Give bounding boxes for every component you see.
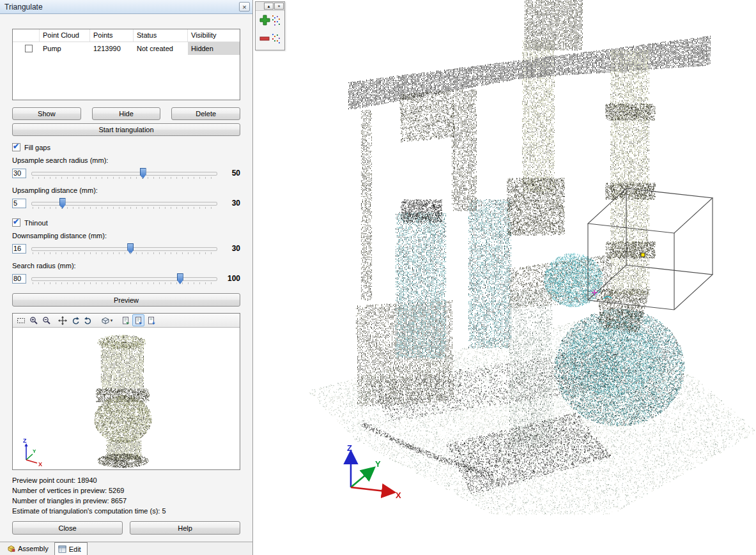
start-triangulation-button[interactable]: Start triangulation: [12, 123, 240, 136]
upsample-search-radius-input[interactable]: [12, 169, 26, 178]
preview-axis-x-label: X: [38, 461, 42, 468]
preview-axis-triad: Z Y X: [16, 436, 57, 468]
header-point-cloud: Point Cloud: [40, 29, 90, 42]
add-points-icon: [259, 13, 281, 27]
delete-button[interactable]: Delete: [171, 107, 240, 120]
chevron-down-icon: ▾: [111, 318, 113, 323]
viewport-axis-triad: Z Y X: [347, 443, 401, 500]
upsample-search-radius-label: Upsample search radius (mm):: [12, 156, 240, 164]
preview-toolbar: ▾: [13, 314, 240, 328]
bottom-tabstrip: Assembly Edit: [0, 542, 252, 555]
rotate-left-icon[interactable]: [82, 314, 94, 326]
preview-group: ▾ Z Y X: [12, 313, 240, 470]
tab-assembly[interactable]: Assembly: [4, 542, 54, 555]
downsampling-distance-input[interactable]: [12, 244, 26, 254]
search-radius-input[interactable]: [12, 274, 26, 284]
slider-thumb[interactable]: [127, 243, 134, 254]
tab-assembly-label: Assembly: [18, 545, 49, 552]
upsample-search-radius-slider: 50: [12, 165, 240, 181]
downsampling-distance-label: Downsampling distance (mm):: [12, 232, 240, 239]
search-radius-label: Search radius (mm):: [12, 262, 240, 270]
table-empty-area: [13, 55, 240, 100]
add-points-tool[interactable]: [256, 11, 284, 29]
marquee-select-icon[interactable]: [15, 314, 27, 326]
slider-thumb[interactable]: [177, 273, 183, 284]
table-header: Point Cloud Points Status Visibility: [13, 29, 240, 42]
preview-stats: Preview point count: 18940 Number of ver…: [12, 475, 240, 516]
axis-z-label: Z: [347, 443, 352, 453]
copy-view-icon[interactable]: [120, 314, 132, 326]
search-radius-slider: 100: [12, 270, 240, 287]
view-orientation-dropdown[interactable]: ▾: [98, 314, 116, 326]
selected-point-marker[interactable]: [641, 253, 645, 257]
zoom-out-icon[interactable]: [40, 314, 52, 326]
table-row[interactable]: Pump 1213990 Not created Hidden: [13, 42, 240, 55]
preview-axis-z-label: Z: [23, 437, 27, 444]
header-points: Points: [90, 29, 134, 42]
panel-content: Point Cloud Points Status Visibility Pum…: [0, 29, 252, 535]
assembly-icon: [7, 545, 15, 552]
zoom-in-icon[interactable]: [27, 314, 40, 326]
rotate-right-icon[interactable]: [69, 314, 81, 326]
preview-viewport[interactable]: Z Y X: [13, 328, 240, 469]
slider-thumb[interactable]: [59, 198, 66, 209]
remove-points-tool[interactable]: [256, 29, 284, 48]
pan-icon[interactable]: [56, 314, 68, 326]
cell-points: 1213990: [90, 42, 134, 55]
upsampling-distance-input[interactable]: [12, 199, 26, 208]
header-checkbox-col: [13, 29, 40, 42]
header-status: Status: [134, 29, 188, 42]
fill-gaps-checkbox[interactable]: [12, 143, 20, 151]
tab-edit-label: Edit: [69, 545, 81, 553]
slider-track[interactable]: [31, 197, 217, 209]
close-button[interactable]: Close: [12, 521, 123, 535]
slider-max-label: 50: [221, 169, 240, 178]
thinout-row[interactable]: Thinout: [12, 218, 240, 227]
slider-max-label: 30: [221, 244, 240, 253]
cube-corner-gizmo[interactable]: [592, 290, 612, 300]
show-button[interactable]: Show: [12, 107, 81, 120]
tab-edit[interactable]: Edit: [54, 542, 88, 555]
app-window: Triangulate × Point Cloud Points Status …: [0, 0, 756, 555]
close-icon[interactable]: ×: [239, 2, 250, 11]
triangulate-panel: Triangulate × Point Cloud Points Status …: [0, 0, 253, 555]
thinout-label: Thinout: [24, 219, 48, 227]
triangles-count: Number of triangles in preview: 8657: [12, 496, 240, 506]
paste-view-icon[interactable]: [132, 314, 144, 326]
clipping-box-wireframe[interactable]: [588, 188, 713, 310]
cell-point-cloud: Pump: [40, 42, 90, 55]
viewport-3d[interactable]: Z Y X ▴ ×: [254, 0, 756, 555]
row-checkbox[interactable]: [25, 45, 33, 52]
help-button[interactable]: Help: [130, 521, 240, 535]
close-icon[interactable]: ×: [274, 3, 284, 10]
vertices-count: Number of vertices in preview: 5269: [12, 485, 240, 496]
preview-axis-y-label: Y: [33, 448, 36, 454]
point-edit-mini-toolbar: ▴ ×: [255, 1, 285, 50]
preview-point-count: Preview point count: 18940: [12, 475, 240, 485]
viewport-overlay: Z Y X: [254, 0, 756, 555]
fill-gaps-label: Fill gaps: [24, 144, 50, 151]
cell-status: Not created: [134, 42, 188, 55]
preview-button[interactable]: Preview: [12, 293, 240, 307]
export-view-icon[interactable]: [145, 314, 157, 326]
upsampling-distance-slider: 30: [12, 195, 240, 211]
panel-title: Triangulate: [4, 3, 43, 11]
slider-track[interactable]: [31, 242, 217, 255]
cell-visibility[interactable]: Hidden: [188, 42, 240, 55]
slider-track[interactable]: [31, 272, 217, 285]
remove-points-icon: [259, 32, 281, 46]
header-visibility: Visibility: [188, 29, 240, 42]
edit-icon: [58, 545, 66, 553]
collapse-icon[interactable]: ▴: [264, 3, 274, 10]
slider-thumb[interactable]: [140, 168, 146, 179]
thinout-checkbox[interactable]: [12, 218, 20, 227]
fill-gaps-row[interactable]: Fill gaps: [12, 143, 240, 151]
point-cloud-table: Point Cloud Points Status Visibility Pum…: [12, 29, 240, 100]
axis-y-label: Y: [375, 459, 381, 469]
slider-track[interactable]: [31, 167, 217, 179]
panel-titlebar[interactable]: Triangulate ×: [0, 0, 252, 14]
computation-time-estimate: Estimate of triangulation's computation …: [12, 506, 240, 516]
mini-toolbar-titlebar[interactable]: ▴ ×: [256, 2, 284, 11]
slider-max-label: 100: [221, 274, 240, 283]
hide-button[interactable]: Hide: [92, 107, 161, 120]
